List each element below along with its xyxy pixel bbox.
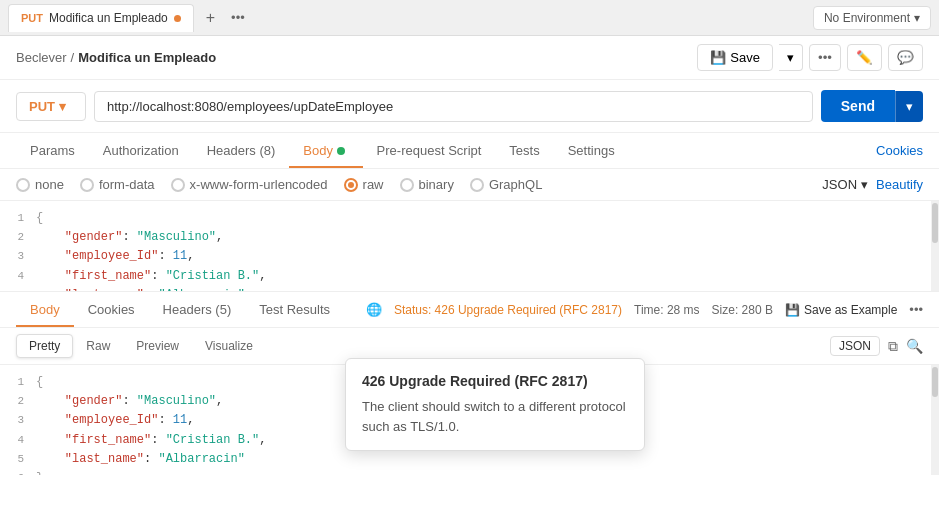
option-binary[interactable]: binary <box>400 177 454 192</box>
option-none[interactable]: none <box>16 177 64 192</box>
resp-scrollbar[interactable] <box>931 365 939 475</box>
save-icon: 💾 <box>710 50 726 65</box>
option-form-data[interactable]: form-data <box>80 177 155 192</box>
save-label: Save <box>730 50 760 65</box>
nav-tabs: Params Authorization Headers (8) Body Pr… <box>0 133 939 169</box>
copy-icon-button[interactable]: ⧉ <box>888 338 898 355</box>
header: Beclever / Modifica un Empleado 💾 Save ▾… <box>0 36 939 80</box>
send-button-group: Send ▾ <box>821 90 923 122</box>
tab-params[interactable]: Params <box>16 135 89 168</box>
tab-authorization[interactable]: Authorization <box>89 135 193 168</box>
breadcrumb-workspace[interactable]: Beclever <box>16 50 67 65</box>
request-editor[interactable]: 1 { 2 "gender": "Masculino", 3 "employee… <box>0 201 939 292</box>
option-none-label: none <box>35 177 64 192</box>
env-chevron-icon: ▾ <box>914 11 920 25</box>
save-icon: 💾 <box>785 303 800 317</box>
tooltip-body: The client should switch to a different … <box>362 397 628 436</box>
tab-prerequest[interactable]: Pre-request Script <box>363 135 496 168</box>
req-line-1: 1 { <box>0 209 939 228</box>
method-chevron-icon: ▾ <box>59 99 66 114</box>
url-bar: PUT ▾ Send ▾ <box>0 80 939 133</box>
req-line-4: 4 "first_name": "Cristian B.", <box>0 267 939 286</box>
tab-tests[interactable]: Tests <box>495 135 553 168</box>
resp-tab-test-results[interactable]: Test Results <box>245 294 344 327</box>
save-example-label: Save as Example <box>804 303 897 317</box>
breadcrumb-current: Modifica un Empleado <box>78 50 216 65</box>
req-line-3: 3 "employee_Id": 11, <box>0 247 939 266</box>
nav-tabs-right: Cookies <box>876 143 923 158</box>
tab-method: PUT <box>21 12 43 24</box>
status-badge[interactable]: Status: 426 Upgrade Required (RFC 2817) <box>394 303 622 317</box>
cookies-link[interactable]: Cookies <box>876 143 923 158</box>
option-graphql[interactable]: GraphQL <box>470 177 542 192</box>
fmt-tab-raw[interactable]: Raw <box>73 334 123 358</box>
url-input[interactable] <box>94 91 813 122</box>
json-label: JSON <box>822 177 857 192</box>
req-scrollbar[interactable] <box>931 201 939 291</box>
fmt-tab-right: JSON ⧉ 🔍 <box>830 336 923 356</box>
active-tab[interactable]: PUT Modifica un Empleado <box>8 4 194 32</box>
response-time: Time: 28 ms <box>634 303 700 317</box>
tab-settings[interactable]: Settings <box>554 135 629 168</box>
search-icon-button[interactable]: 🔍 <box>906 338 923 354</box>
resp-tab-cookies[interactable]: Cookies <box>74 294 149 327</box>
response-json-badge[interactable]: JSON <box>830 336 880 356</box>
json-selector[interactable]: JSON ▾ <box>822 177 868 192</box>
add-tab-button[interactable]: + <box>198 5 223 31</box>
breadcrumb: Beclever / Modifica un Empleado <box>16 50 216 65</box>
globe-icon: 🌐 <box>366 302 382 317</box>
comment-icon-button[interactable]: 💬 <box>888 44 923 71</box>
save-button[interactable]: 💾 Save <box>697 44 773 71</box>
resp-more-button[interactable]: ••• <box>909 302 923 317</box>
tabs-more-button[interactable]: ••• <box>227 6 249 29</box>
radio-graphql-icon <box>470 178 484 192</box>
method-label: PUT <box>29 99 55 114</box>
tooltip-title: 426 Upgrade Required (RFC 2817) <box>362 373 628 389</box>
header-more-button[interactable]: ••• <box>809 44 841 71</box>
method-selector[interactable]: PUT ▾ <box>16 92 86 121</box>
send-button[interactable]: Send <box>821 90 895 122</box>
fmt-tab-preview[interactable]: Preview <box>123 334 192 358</box>
body-dot-icon <box>337 147 345 155</box>
tab-dot <box>174 15 181 22</box>
option-raw[interactable]: raw <box>344 177 384 192</box>
option-binary-label: binary <box>419 177 454 192</box>
request-code-editor[interactable]: 1 { 2 "gender": "Masculino", 3 "employee… <box>0 201 939 291</box>
response-size: Size: 280 B <box>712 303 773 317</box>
environment-label: No Environment <box>824 11 910 25</box>
tab-bar-right: No Environment ▾ <box>813 6 931 30</box>
radio-formdata-icon <box>80 178 94 192</box>
radio-raw-icon <box>344 178 358 192</box>
resp-tab-body[interactable]: Body <box>16 294 74 327</box>
resp-scroll-thumb <box>932 367 938 397</box>
status-tooltip: 426 Upgrade Required (RFC 2817) The clie… <box>345 358 645 451</box>
save-dropdown-button[interactable]: ▾ <box>779 44 803 71</box>
option-urlencoded-label: x-www-form-urlencoded <box>190 177 328 192</box>
save-example-button[interactable]: 💾 Save as Example <box>785 303 897 317</box>
response-tabs: Body Cookies Headers (5) Test Results 🌐 … <box>0 292 939 328</box>
resp-line-6: 6 } <box>0 469 939 475</box>
send-dropdown-button[interactable]: ▾ <box>895 91 923 122</box>
tab-headers[interactable]: Headers (8) <box>193 135 290 168</box>
option-raw-label: raw <box>363 177 384 192</box>
req-line-5: 5 "last_name": "Albarracin" <box>0 286 939 291</box>
resp-tab-headers[interactable]: Headers (5) <box>149 294 246 327</box>
body-options-right: JSON ▾ Beautify <box>822 177 923 192</box>
option-formdata-label: form-data <box>99 177 155 192</box>
beautify-button[interactable]: Beautify <box>876 177 923 192</box>
header-actions: 💾 Save ▾ ••• ✏️ 💬 <box>697 44 923 71</box>
radio-urlencoded-icon <box>171 178 185 192</box>
tab-body-label: Body <box>303 143 333 158</box>
edit-icon-button[interactable]: ✏️ <box>847 44 882 71</box>
environment-selector[interactable]: No Environment ▾ <box>813 6 931 30</box>
option-urlencoded[interactable]: x-www-form-urlencoded <box>171 177 328 192</box>
fmt-tab-visualize[interactable]: Visualize <box>192 334 266 358</box>
resp-line-5: 5 "last_name": "Albarracin" <box>0 450 939 469</box>
resp-tab-right: 🌐 Status: 426 Upgrade Required (RFC 2817… <box>366 302 923 317</box>
json-chevron-icon: ▾ <box>861 177 868 192</box>
tab-bar: PUT Modifica un Empleado + ••• No Enviro… <box>0 0 939 36</box>
radio-none-icon <box>16 178 30 192</box>
tab-body[interactable]: Body <box>289 135 362 168</box>
fmt-tab-pretty[interactable]: Pretty <box>16 334 73 358</box>
tab-label: Modifica un Empleado <box>49 11 168 25</box>
